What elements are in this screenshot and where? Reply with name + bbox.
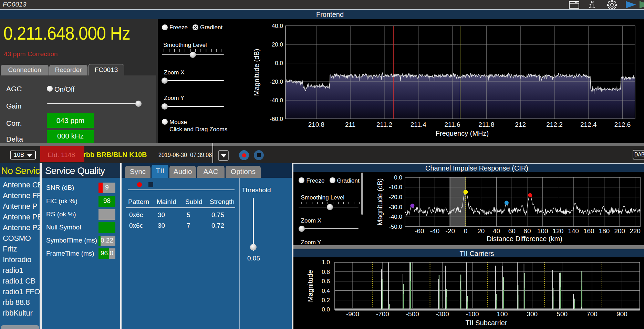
svg-text:700: 700 xyxy=(586,310,598,318)
svg-text:900: 900 xyxy=(616,310,627,318)
svg-text:0.2: 0.2 xyxy=(322,297,330,304)
svg-text:-700: -700 xyxy=(376,310,389,318)
svg-text:-100: -100 xyxy=(466,310,479,318)
svg-text:-900: -900 xyxy=(346,310,359,318)
svg-text:-300: -300 xyxy=(436,310,449,318)
svg-text:500: 500 xyxy=(557,310,568,318)
svg-text:1.0: 1.0 xyxy=(322,259,330,266)
svg-text:-500: -500 xyxy=(406,310,419,318)
svg-text:0.0: 0.0 xyxy=(322,306,330,313)
svg-text:Magnitude: Magnitude xyxy=(307,270,314,302)
svg-text:TII Subcarrier: TII Subcarrier xyxy=(465,319,507,327)
svg-text:300: 300 xyxy=(527,310,538,318)
svg-text:0.8: 0.8 xyxy=(322,269,330,275)
svg-text:0.4: 0.4 xyxy=(322,288,330,294)
svg-text:100: 100 xyxy=(497,310,508,318)
svg-text:0.6: 0.6 xyxy=(322,278,330,285)
